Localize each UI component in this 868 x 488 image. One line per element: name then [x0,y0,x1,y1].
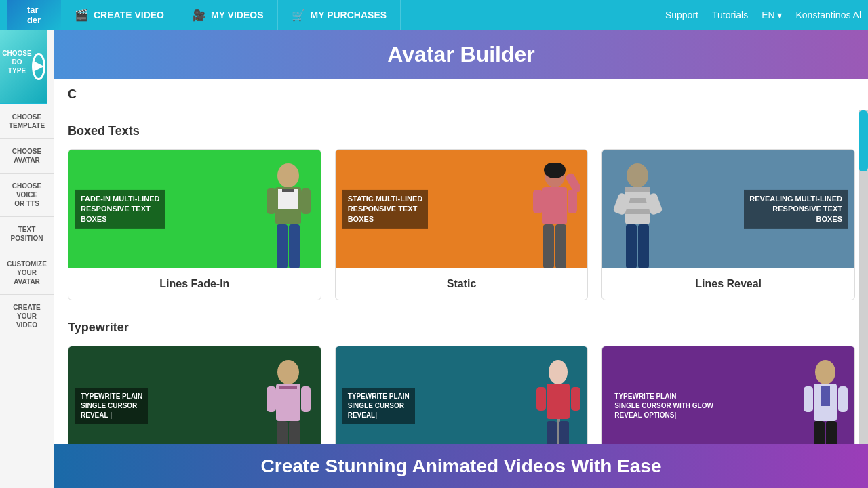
card-static[interactable]: STATIC MULTI-LINED RESPONSIVE TEXT BOXES [335,149,589,300]
svg-rect-10 [542,187,567,224]
card-image-lines-reveal: REVEALING MULTI-LINED RESPONSIVE TEXT BO… [602,150,854,268]
section-typewriter-title: Typewriter [68,321,855,335]
nav-right: Support Tutorials EN ▾ Konstantinos Al [665,9,861,20]
user-account[interactable]: Konstantinos Al [795,9,861,20]
svg-rect-35 [571,387,580,411]
svg-rect-3 [282,189,294,192]
card-typewriter-2[interactable]: TYPEWRITE PLAIN SINGLE CURSOR REVEAL| [335,346,589,444]
svg-rect-12 [568,190,577,214]
svg-rect-45 [826,421,837,444]
card-overlay-typewriter-3: Typewrite Plain Single Cursor with Glow … [609,388,719,424]
card-label-lines-fade-in: Lines Fade-In [68,268,321,300]
sidebar-customize-avatar[interactable]: CUSTOMIZE YOUR AVATAR [0,251,54,295]
avatar-svg-6 [800,360,851,444]
page-header: C [54,79,868,110]
svg-rect-41 [821,386,830,406]
svg-rect-43 [838,386,848,412]
svg-rect-44 [814,421,825,444]
main-content: Avatar Builder C Boxed Texts FADE-IN MUL… [54,30,868,488]
card-overlay-lines-fade-in: FADE-IN MULTI-LINED RESPONSIVE TEXT BOXE… [75,189,165,228]
top-navigation: tarder 🎬 CREATE VIDEO 🎥 MY VIDEOS 🛒 MY P… [0,0,868,30]
my-videos-label: MY VIDEOS [211,9,264,20]
card-typewriter-1[interactable]: TYPEWRITE PLAIN SINGLE CURSOR REVEAL | [68,346,321,444]
avatar-svg-1 [263,163,314,268]
sidebar-choose-template[interactable]: CHOOSE TEMPLATE [0,104,54,139]
banner-title: Avatar Builder [387,42,535,67]
my-purchases-tab[interactable]: 🛒 MY PURCHASES [278,0,401,30]
svg-rect-4 [267,188,276,214]
my-purchases-icon: 🛒 [292,9,305,22]
sidebar-text-position[interactable]: TEXT POSITION [0,217,54,251]
svg-rect-20 [625,209,650,214]
card-overlay-static: STATIC MULTI-LINED RESPONSIVE TEXT BOXES [342,189,429,228]
scrollbar-track[interactable] [859,110,868,444]
tutorials-link[interactable]: Tutorials [712,9,748,20]
svg-rect-18 [625,187,650,192]
create-video-icon: 🎬 [75,9,88,22]
nav-tabs: 🎬 CREATE VIDEO 🎥 MY VIDEOS 🛒 MY PURCHASE… [61,0,665,30]
card-overlay-typewriter-1: TYPEWRITE PLAIN SINGLE CURSOR REVEAL | [75,388,148,424]
card-label-lines-reveal: Lines Reveal [602,268,854,300]
card-image-lines-fade-in: FADE-IN MULTI-LINED RESPONSIVE TEXT BOXE… [68,150,321,268]
create-video-tab[interactable]: 🎬 CREATE VIDEO [61,0,178,30]
section-boxed-texts-title: Boxed Texts [68,124,855,138]
svg-rect-5 [301,188,311,214]
card-overlay-typewriter-2: TYPEWRITE PLAIN SINGLE CURSOR REVEAL| [342,388,415,424]
my-purchases-label: MY PURCHASES [311,9,387,20]
card-overlay-lines-reveal: REVEALING MULTI-LINED RESPONSIVE TEXT BO… [744,189,848,228]
svg-rect-28 [267,386,276,412]
my-videos-icon: 🎥 [192,9,205,22]
bottom-banner: Create Stunning Animated Videos With Eas… [54,444,868,488]
svg-point-16 [627,163,648,188]
card-lines-reveal[interactable]: REVEALING MULTI-LINED RESPONSIVE TEXT BO… [601,149,855,300]
svg-rect-7 [289,224,300,268]
card-image-typewriter-2: TYPEWRITE PLAIN SINGLE CURSOR REVEAL| [336,346,588,444]
sidebar-create-video[interactable]: CREATE YOUR VIDEO [0,295,54,338]
scrollbar-thumb[interactable] [859,110,868,171]
svg-rect-17 [625,187,650,224]
bottom-banner-text: Create Stunning Animated Videos With Eas… [261,455,662,477]
page-title-text: C [68,87,77,101]
svg-point-25 [277,360,299,384]
content-area: Boxed Texts FADE-IN MULTI-LINED RESPONSI… [54,110,859,444]
svg-rect-31 [289,421,300,444]
avatar-svg-3 [612,163,663,268]
sidebar-choose-voice[interactable]: CHOOSE VOICE OR TTS [0,174,54,217]
svg-point-32 [549,360,568,384]
svg-rect-24 [638,224,649,268]
card-image-static: STATIC MULTI-LINED RESPONSIVE TEXT BOXES [336,150,588,268]
svg-rect-29 [301,386,311,412]
svg-point-0 [277,163,299,188]
card-image-typewriter-1: TYPEWRITE PLAIN SINGLE CURSOR REVEAL | [68,346,321,444]
sidebar: CHOOSEDO TYPE ▶ CHOOSE TEMPLATE CHOOSE A… [0,30,54,488]
svg-rect-33 [547,384,570,419]
avatar-svg-4 [263,360,314,444]
support-link[interactable]: Support [665,9,698,20]
sidebar-choose-avatar[interactable]: CHOOSE AVATAR [0,139,54,174]
svg-rect-11 [533,190,542,214]
svg-rect-42 [804,386,813,412]
boxed-texts-grid: FADE-IN MULTI-LINED RESPONSIVE TEXT BOXE… [68,149,855,300]
card-typewriter-3[interactable]: Typewrite Plain Single Cursor with Glow … [601,346,855,444]
svg-rect-37 [547,421,557,444]
svg-rect-26 [276,384,300,421]
card-lines-fade-in[interactable]: FADE-IN MULTI-LINED RESPONSIVE TEXT BOXE… [68,149,321,300]
svg-rect-30 [277,421,288,444]
avatar-svg-5 [533,360,584,444]
svg-rect-15 [555,224,566,268]
card-image-typewriter-3: Typewrite Plain Single Cursor with Glow … [602,346,854,444]
language-selector[interactable]: EN ▾ [762,9,782,20]
svg-rect-14 [543,224,554,268]
my-videos-tab[interactable]: 🎥 MY VIDEOS [178,0,278,30]
card-label-static: Static [336,268,588,300]
sidebar-choose-dose-type[interactable]: CHOOSEDO TYPE ▶ [0,30,47,104]
svg-rect-27 [279,386,297,389]
header-banner: Avatar Builder [54,30,868,79]
svg-rect-34 [536,387,546,411]
logo: tarder [7,0,61,30]
svg-rect-38 [559,421,569,444]
avatar-svg-2 [530,163,580,268]
create-video-label: CREATE VIDEO [94,9,164,20]
typewriter-grid: TYPEWRITE PLAIN SINGLE CURSOR REVEAL | [68,346,855,444]
main-layout: CHOOSEDO TYPE ▶ CHOOSE TEMPLATE CHOOSE A… [0,30,868,488]
